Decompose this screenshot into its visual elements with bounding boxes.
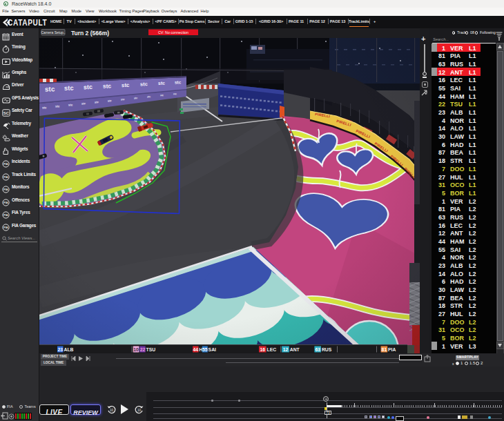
svg-text:FIA: FIA bbox=[3, 213, 8, 217]
svg-text:12: 12 bbox=[283, 347, 289, 352]
svg-text:Camera Setup..: Camera Setup.. bbox=[41, 30, 65, 35]
svg-text:10: 10 bbox=[133, 347, 139, 352]
svg-text:ALB: ALB bbox=[64, 347, 74, 352]
svg-text:10: 10 bbox=[137, 409, 142, 412]
svg-text:SC: SC bbox=[3, 111, 10, 115]
svg-text:81: 81 bbox=[382, 347, 387, 352]
svg-text:10: 10 bbox=[110, 409, 114, 412]
svg-text:55: 55 bbox=[202, 347, 208, 352]
svg-text:RUS: RUS bbox=[322, 347, 332, 352]
svg-text:FIA: FIA bbox=[3, 201, 8, 204]
svg-text:Turn 2 (566m): Turn 2 (566m) bbox=[71, 30, 109, 37]
svg-text:23: 23 bbox=[57, 347, 63, 352]
svg-text:22: 22 bbox=[140, 347, 146, 352]
svg-text:CV: No connection: CV: No connection bbox=[158, 30, 188, 35]
svg-text:63: 63 bbox=[315, 347, 320, 352]
svg-text:LEC: LEC bbox=[267, 347, 277, 352]
svg-text:PIA: PIA bbox=[388, 347, 396, 352]
svg-text:44: 44 bbox=[193, 347, 199, 352]
svg-text:FIA: FIA bbox=[3, 188, 8, 191]
svg-text:TSU: TSU bbox=[146, 347, 156, 352]
svg-text:16: 16 bbox=[260, 347, 266, 352]
svg-text:SAI: SAI bbox=[209, 347, 216, 352]
svg-text:FIA: FIA bbox=[3, 162, 8, 166]
svg-text:ANT: ANT bbox=[290, 347, 300, 352]
svg-text:FIA: FIA bbox=[3, 226, 8, 230]
svg-text:FIA: FIA bbox=[3, 175, 8, 179]
